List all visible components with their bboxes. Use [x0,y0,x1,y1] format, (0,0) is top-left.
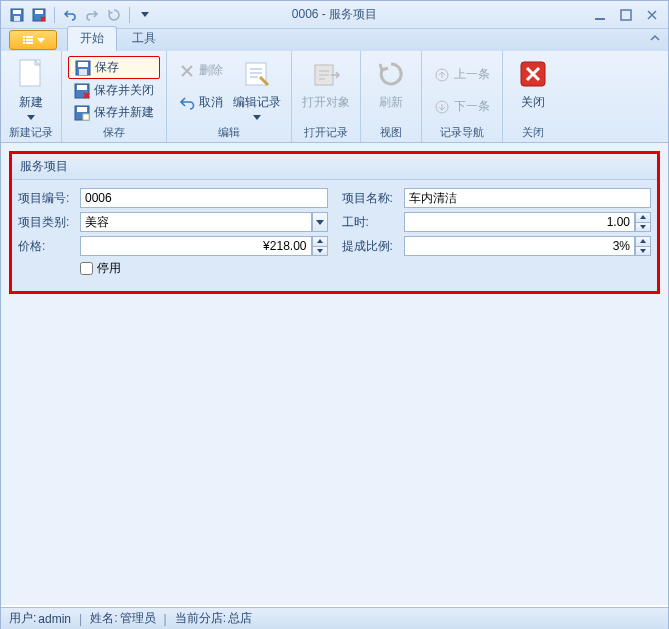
new-button[interactable]: 新建 [7,54,55,120]
list-icon [22,34,34,46]
qat-refresh-icon[interactable] [104,5,124,25]
ribbon: 新建 新建记录 保存 保存并关闭 保存并新建 [1,51,668,143]
new-doc-icon [15,58,47,90]
commission-input[interactable] [404,236,636,256]
man-hour-input[interactable] [404,212,636,232]
ribbon-group-new: 新建 新建记录 [1,51,62,142]
minimize-icon[interactable] [592,7,608,23]
svg-rect-9 [23,39,25,41]
svg-rect-16 [79,69,87,75]
ribbon-group-label: 记录导航 [440,125,484,142]
save-button[interactable]: 保存 [68,56,160,79]
svg-rect-8 [26,36,33,38]
disable-label: 停用 [97,260,121,277]
project-type-input[interactable] [80,212,312,232]
tab-start[interactable]: 开始 [67,26,117,51]
maximize-icon[interactable] [618,7,634,23]
tab-tools[interactable]: 工具 [119,26,169,51]
open-object-button[interactable]: 打开对象 [298,54,354,111]
project-name-input[interactable] [404,188,652,208]
prev-label: 上一条 [454,66,490,83]
spin-down-icon[interactable] [636,247,650,256]
svg-rect-4 [35,10,43,14]
window-title: 0006 - 服务项目 [292,6,377,23]
disable-checkbox-row: 停用 [80,260,651,277]
spin-up-icon[interactable] [636,237,650,247]
qat-redo-icon[interactable] [82,5,102,25]
delete-label: 删除 [199,62,223,79]
ribbon-group-label: 关闭 [522,125,544,142]
ribbon-group-label: 保存 [103,125,125,142]
cancel-button[interactable]: 取消 [173,92,229,113]
file-menu-button[interactable] [9,30,57,50]
new-button-label: 新建 [19,94,43,111]
save-close-label: 保存并关闭 [94,82,154,99]
svg-rect-10 [26,39,33,41]
edit-record-button[interactable]: 编辑记录 [229,54,285,120]
qat-separator [54,7,55,23]
status-user-value: admin [38,612,71,626]
quick-access-toolbar [1,5,155,25]
svg-rect-6 [621,10,631,20]
open-object-label: 打开对象 [302,94,350,111]
ribbon-collapse-icon[interactable] [650,33,660,47]
svg-rect-7 [23,36,25,38]
price-spinner[interactable] [80,236,328,256]
save-new-button[interactable]: 保存并新建 [68,102,160,123]
chevron-down-icon [27,115,35,120]
save-button-label: 保存 [95,59,119,76]
project-type-label: 项目类别: [18,214,80,231]
project-type-combo[interactable] [80,212,328,232]
delete-button[interactable]: 删除 [173,60,229,81]
undo-icon [179,95,195,111]
close-button[interactable]: 关闭 [509,54,557,111]
commission-spinner[interactable] [404,236,652,256]
man-hour-label: 工时: [342,214,404,231]
chevron-down-icon [253,115,261,120]
refresh-button[interactable]: 刷新 [367,54,415,111]
disable-checkbox[interactable] [80,262,93,275]
svg-rect-15 [78,62,88,67]
svg-rect-2 [14,16,20,21]
ribbon-group-label: 新建记录 [9,125,53,142]
status-branch-label: 当前分店: [175,610,226,627]
save-icon [75,60,91,76]
qat-save-icon[interactable] [7,5,27,25]
edit-record-icon [241,58,273,90]
svg-rect-20 [77,107,87,112]
project-no-label: 项目编号: [18,190,80,207]
qat-undo-icon[interactable] [60,5,80,25]
edit-record-label: 编辑记录 [233,94,281,111]
ribbon-group-label: 视图 [380,125,402,142]
man-hour-spinner[interactable] [404,212,652,232]
arrow-up-icon [434,67,450,83]
spin-down-icon[interactable] [636,223,650,232]
spinner-buttons [635,236,651,256]
combo-drop-icon[interactable] [312,212,328,232]
price-label: 价格: [18,238,80,255]
project-name-label: 项目名称: [342,190,404,207]
status-separator: | [79,612,82,626]
spin-up-icon[interactable] [636,213,650,223]
close-icon[interactable] [644,7,660,23]
qat-dropdown-icon[interactable] [135,5,155,25]
prev-button[interactable]: 上一条 [428,64,496,85]
ribbon-tabs: 开始 工具 [1,29,668,51]
save-close-icon [74,83,90,99]
qat-save-close-icon[interactable] [29,5,49,25]
ribbon-group-nav: 上一条 下一条 记录导航 [422,51,503,142]
price-input[interactable] [80,236,312,256]
spin-down-icon[interactable] [313,247,327,256]
qat-separator [129,7,130,23]
spin-up-icon[interactable] [313,237,327,247]
next-button[interactable]: 下一条 [428,96,496,117]
ribbon-group-save: 保存 保存并关闭 保存并新建 保存 [62,51,167,142]
close-label: 关闭 [521,94,545,111]
refresh-label: 刷新 [379,94,403,111]
arrow-down-icon [434,99,450,115]
status-user-label: 用户: [9,610,36,627]
project-no-input[interactable] [80,188,328,208]
service-project-panel: 服务项目 项目编号: 项目名称: 项目类别: [9,151,660,294]
status-name-label: 姓名: [90,610,117,627]
save-close-button[interactable]: 保存并关闭 [68,80,160,101]
